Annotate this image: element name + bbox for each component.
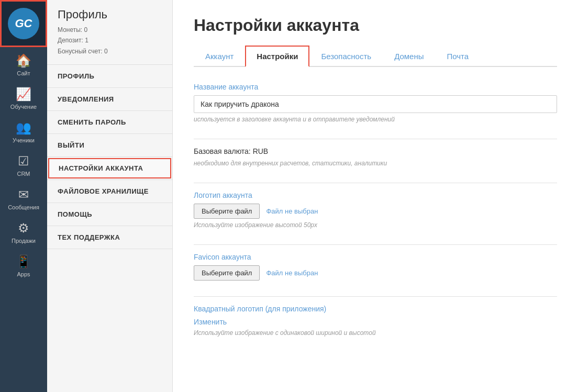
- envelope-icon: ✉: [18, 187, 29, 202]
- sidebar-item-support[interactable]: ТЕХ ПОДДЕРЖКА: [47, 226, 172, 249]
- users-icon: 👥: [16, 120, 31, 135]
- divider-3: [194, 244, 557, 245]
- favicon-label: Favicon аккаунта: [194, 253, 557, 261]
- profile-info: Монеты: 0 Депозит: 1 Бонусный счет: 0: [58, 25, 162, 57]
- logo-file-status: Файл не выбран: [266, 207, 318, 215]
- deposit-label: Депозит:: [58, 37, 83, 44]
- currency-hint: необходимо для внутренних расчетов, стат…: [194, 160, 557, 167]
- sidebar-item-account-settings[interactable]: НАСТРОЙКИ АККАУНТА: [47, 158, 172, 180]
- logo-label: Логотип аккаунта: [194, 191, 557, 199]
- left-navigation: GC 🏠 Сайт 📈 Обучение 👥 Ученики ☑ CRM ✉ С…: [0, 0, 47, 392]
- coins-value: 0: [84, 26, 88, 33]
- sidebar-item-logout[interactable]: ВЫЙТИ: [47, 134, 172, 157]
- mobile-icon: 📱: [16, 254, 31, 269]
- favicon-section: Favicon аккаунта Выберите файл Файл не в…: [194, 253, 557, 281]
- chart-icon: 📈: [16, 87, 31, 102]
- divider-4: [194, 296, 557, 297]
- profile-title: Профиль: [58, 8, 162, 21]
- logo-icon: GC: [8, 8, 39, 39]
- divider-2: [194, 183, 557, 183]
- favicon-file-status: Файл не выбран: [266, 269, 318, 277]
- account-name-input[interactable]: [194, 95, 557, 113]
- logo-section: Логотип аккаунта Выберите файл Файл не в…: [194, 191, 557, 229]
- sidebar: Профиль Монеты: 0 Депозит: 1 Бонусный сч…: [47, 0, 173, 392]
- currency-section: Базовая валюта: RUB необходимо для внутр…: [194, 147, 557, 167]
- sidebar-item-learning[interactable]: 📈 Обучение: [0, 81, 47, 114]
- sidebar-item-students[interactable]: 👥 Ученики: [0, 114, 47, 148]
- square-logo-section: Квадратный логотип (для приложения) Изме…: [194, 305, 557, 337]
- sidebar-menu: ПРОФИЛЬ УВЕДОМЛЕНИЯ СМЕНИТЬ ПАРОЛЬ ВЫЙТИ…: [47, 65, 172, 249]
- sidebar-item-file-storage[interactable]: ФАЙЛОВОЕ ХРАНИЛИЩЕ: [47, 180, 172, 203]
- square-logo-hint: Используйте изображение с одинаковой шир…: [194, 329, 557, 337]
- sidebar-item-profile[interactable]: ПРОФИЛЬ: [47, 65, 172, 88]
- sidebar-item-crm[interactable]: ☑ CRM: [0, 148, 47, 181]
- deposit-value: 1: [85, 37, 88, 44]
- tab-security[interactable]: Безопасность: [309, 46, 383, 67]
- logo-hint: Используйте изображение высотой 50px: [194, 221, 557, 229]
- account-name-section: Название аккаунта используется в заголов…: [194, 83, 557, 123]
- check-icon: ☑: [18, 154, 29, 169]
- favicon-file-button[interactable]: Выберите файл: [194, 265, 260, 281]
- sidebar-item-notifications[interactable]: УВЕДОМЛЕНИЯ: [47, 88, 172, 111]
- logo-file-section: Выберите файл Файл не выбран: [194, 204, 557, 219]
- main-content: Настройки аккаунта Аккаунт Настройки Без…: [173, 0, 578, 392]
- tab-mail[interactable]: Почта: [436, 46, 481, 67]
- tab-settings[interactable]: Настройки: [245, 46, 309, 67]
- logo-button[interactable]: GC: [0, 0, 47, 47]
- account-name-hint: используется в заголовке аккаунта и в от…: [194, 116, 557, 123]
- square-logo-change-link[interactable]: Изменить: [194, 318, 227, 326]
- sidebar-item-sales[interactable]: ⚙ Продажи: [0, 215, 47, 248]
- logo-file-button[interactable]: Выберите файл: [194, 204, 260, 219]
- sidebar-item-messages[interactable]: ✉ Сообщения: [0, 181, 47, 215]
- bonus-label: Бонусный счет:: [58, 48, 103, 55]
- sidebar-item-site[interactable]: 🏠 Сайт: [0, 47, 47, 81]
- sidebar-item-apps[interactable]: 📱 Apps: [0, 248, 47, 282]
- page-title: Настройки аккаунта: [194, 16, 557, 35]
- currency-label: Базовая валюта: RUB: [194, 147, 557, 155]
- tab-account[interactable]: Аккаунт: [194, 46, 245, 67]
- sidebar-item-change-password[interactable]: СМЕНИТЬ ПАРОЛЬ: [47, 111, 172, 134]
- sidebar-item-help[interactable]: ПОМОЩЬ: [47, 203, 172, 226]
- profile-header: Профиль Монеты: 0 Депозит: 1 Бонусный сч…: [47, 0, 172, 65]
- tabs-bar: Аккаунт Настройки Безопасность Домены По…: [194, 46, 557, 67]
- coins-label: Монеты:: [58, 26, 82, 33]
- account-name-label: Название аккаунта: [194, 83, 557, 91]
- gear-icon: ⚙: [18, 221, 29, 236]
- favicon-file-section: Выберите файл Файл не выбран: [194, 265, 557, 281]
- bonus-value: 0: [104, 48, 108, 55]
- square-logo-label: Квадратный логотип (для приложения): [194, 305, 557, 313]
- home-icon: 🏠: [16, 53, 31, 68]
- divider-1: [194, 139, 557, 139]
- tab-domains[interactable]: Домены: [383, 46, 435, 67]
